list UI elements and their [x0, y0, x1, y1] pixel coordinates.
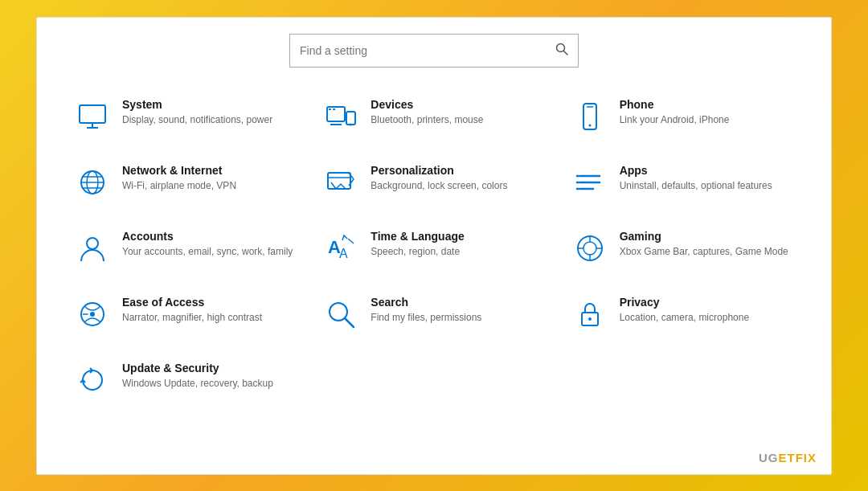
watermark: UGETFIX — [759, 451, 817, 464]
setting-item-update[interactable]: Update & SecurityWindows Update, recover… — [61, 350, 309, 410]
phone-title: Phone — [620, 98, 730, 111]
apps-desc: Uninstall, defaults, optional features — [620, 179, 772, 193]
network-desc: Wi-Fi, airplane mode, VPN — [122, 179, 236, 193]
ease-desc: Narrator, magnifier, high contrast — [122, 311, 262, 325]
phone-desc: Link your Android, iPhone — [620, 113, 730, 127]
svg-rect-10 — [333, 108, 335, 110]
setting-item-devices[interactable]: DevicesBluetooth, printers, mouse — [309, 87, 558, 146]
ease-title: Ease of Access — [122, 296, 262, 309]
personalization-icon — [322, 164, 359, 201]
setting-item-system[interactable]: SystemDisplay, sound, notifications, pow… — [61, 87, 309, 146]
privacy-title: Privacy — [620, 296, 749, 309]
svg-line-1 — [564, 51, 568, 55]
svg-point-12 — [588, 124, 591, 126]
personalization-desc: Background, lock screen, colors — [371, 179, 507, 193]
update-icon — [74, 362, 111, 399]
system-icon — [74, 98, 111, 135]
setting-item-time[interactable]: A A Time & LanguageSpeech, region, date — [309, 219, 558, 278]
svg-rect-2 — [80, 105, 105, 123]
search-bar[interactable] — [289, 34, 579, 68]
apps-icon — [571, 164, 608, 201]
setting-item-personalization[interactable]: PersonalizationBackground, lock screen, … — [309, 153, 558, 212]
time-icon: A A — [322, 230, 359, 267]
svg-text:A: A — [339, 247, 348, 260]
settings-window: SystemDisplay, sound, notifications, pow… — [36, 17, 832, 475]
setting-item-phone[interactable]: PhoneLink your Android, iPhone — [559, 87, 807, 146]
search-desc: Find my files, permissions — [371, 311, 481, 325]
svg-rect-6 — [346, 112, 355, 125]
accounts-title: Accounts — [122, 230, 293, 243]
ease-icon — [74, 296, 111, 333]
search-input[interactable] — [300, 44, 555, 57]
search-title: Search — [371, 296, 481, 309]
settings-grid: SystemDisplay, sound, notifications, pow… — [61, 87, 807, 410]
search-icon — [555, 43, 568, 59]
setting-item-ease[interactable]: Ease of AccessNarrator, magnifier, high … — [61, 284, 309, 344]
system-title: System — [122, 98, 272, 111]
devices-icon — [322, 98, 359, 135]
gaming-title: Gaming — [620, 230, 788, 243]
accounts-desc: Your accounts, email, sync, work, family — [122, 245, 293, 259]
personalization-title: Personalization — [371, 164, 507, 177]
time-title: Time & Language — [371, 230, 464, 243]
time-desc: Speech, region, date — [371, 245, 464, 259]
network-title: Network & Internet — [122, 164, 236, 177]
svg-point-31 — [583, 242, 596, 255]
setting-item-accounts[interactable]: AccountsYour accounts, email, sync, work… — [61, 219, 309, 278]
svg-point-37 — [90, 312, 95, 317]
update-desc: Windows Update, recovery, backup — [122, 377, 273, 391]
svg-line-39 — [345, 318, 354, 327]
setting-item-gaming[interactable]: GamingXbox Game Bar, captures, Game Mode — [559, 219, 807, 278]
setting-item-network[interactable]: Network & InternetWi-Fi, airplane mode, … — [61, 153, 309, 212]
accounts-icon — [74, 230, 111, 267]
svg-point-27 — [87, 238, 98, 249]
devices-desc: Bluetooth, printers, mouse — [371, 113, 483, 127]
gaming-desc: Xbox Game Bar, captures, Game Mode — [620, 245, 788, 259]
svg-rect-9 — [329, 108, 331, 110]
setting-item-search[interactable]: SearchFind my files, permissions — [309, 284, 558, 344]
setting-item-privacy[interactable]: PrivacyLocation, camera, microphone — [559, 284, 807, 344]
svg-point-41 — [588, 317, 592, 321]
gaming-icon — [571, 230, 608, 267]
phone-icon — [571, 98, 608, 135]
search-icon — [322, 296, 359, 333]
network-icon — [74, 164, 111, 201]
setting-item-apps[interactable]: AppsUninstall, defaults, optional featur… — [559, 153, 807, 212]
apps-title: Apps — [620, 164, 772, 177]
devices-title: Devices — [371, 98, 483, 111]
system-desc: Display, sound, notifications, power — [122, 113, 272, 127]
privacy-desc: Location, camera, microphone — [620, 311, 749, 325]
update-title: Update & Security — [122, 362, 273, 374]
privacy-icon — [571, 296, 608, 333]
svg-point-8 — [350, 123, 352, 125]
